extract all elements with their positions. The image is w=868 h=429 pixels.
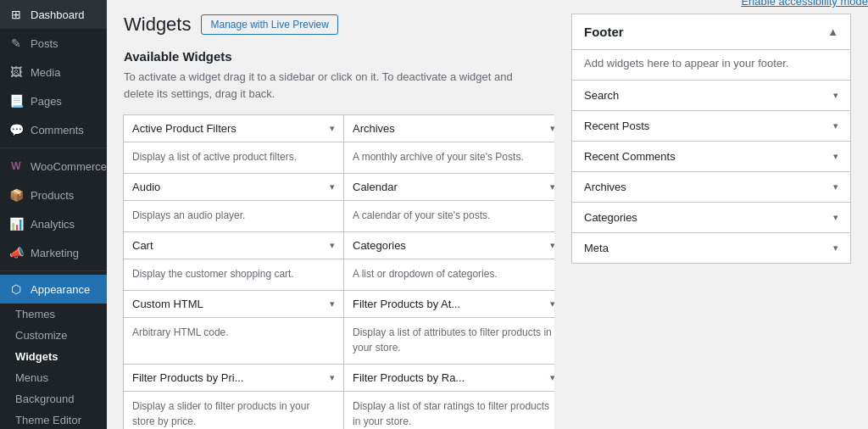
appearance-icon: ⬡ [8,281,24,297]
widget-label: Filter Products by Ra... [353,371,465,384]
widget-header[interactable]: Filter Products by Pri... ▾ [124,365,343,392]
footer-title: Footer [584,25,624,39]
widget-header[interactable]: Active Product Filters ▾ [124,115,343,142]
widget-label: Audio [132,181,160,193]
widget-desc: A calendar of your site's posts. [344,201,554,231]
widget-item-cart: Cart ▾ Display the customer shopping car… [123,231,344,291]
widget-item-custom-html: Custom HTML ▾ Arbitrary HTML code. [123,290,344,365]
widget-label: Custom HTML [132,298,203,310]
widget-desc: Display a list of attributes to filter p… [344,318,554,364]
sidebar-item-pages[interactable]: 📃 Pages [0,86,107,115]
widget-item-filter-products-by-pri: Filter Products by Pri... ▾ Display a sl… [123,364,344,429]
widget-item-categories: Categories ▾ A list or dropdown of categ… [343,231,554,291]
sidebar-sub-item-background[interactable]: Background [0,388,107,410]
sidebar: ⊞ Dashboard ✎ Posts 🖼 Media 📃 Pages 💬 Co… [0,0,107,429]
footer-widget-label: Meta [584,242,609,254]
sidebar-item-label: Analytics [31,218,75,231]
sidebar-sub-item-menus[interactable]: Menus [0,367,107,388]
sidebar-sub-item-widgets[interactable]: Widgets [0,346,107,367]
footer-header: Footer ▲ [572,14,850,50]
widget-header[interactable]: Audio ▾ [124,174,343,201]
sidebar-item-woocommerce[interactable]: W WooCommerce [0,152,107,181]
footer-widget-label: Archives [584,181,626,193]
footer-widget-chevron-icon: ▾ [833,242,838,254]
sidebar-item-media[interactable]: 🖼 Media [0,58,107,86]
footer-widget-categories[interactable]: Categories ▾ [572,202,850,232]
footer-box: Footer ▲ Add widgets here to appear in y… [571,14,851,264]
widget-item-audio: Audio ▾ Displays an audio player. [123,173,344,232]
media-icon: 🖼 [8,64,24,80]
widget-desc: Displays an audio player. [124,201,343,231]
footer-widget-label: Recent Posts [584,120,649,132]
widget-label: Archives [353,122,395,135]
available-widgets-title: Available Widgets [124,49,537,64]
widget-grid: Active Product Filters ▾ Display a list … [124,115,554,429]
comments-icon: 💬 [8,122,24,137]
widget-chevron-icon: ▾ [330,123,335,134]
widget-desc: A monthly archive of your site's Posts. [344,142,554,173]
sidebar-item-label: Posts [31,37,58,50]
available-widgets-desc: To activate a widget drag it to a sideba… [124,69,531,102]
sidebar-item-label: Marketing [31,247,79,259]
widget-header[interactable]: Calendar ▾ [344,174,554,201]
footer-widget-search[interactable]: Search ▾ [572,80,850,110]
analytics-icon: 📊 [8,216,24,231]
products-icon: 📦 [8,187,24,203]
footer-widget-recent-posts[interactable]: Recent Posts ▾ [572,110,850,141]
right-panel: Enable accessibility mode Footer ▲ Add w… [554,0,868,429]
sidebar-item-appearance[interactable]: ⬡ Appearance [0,275,107,304]
widget-desc: Display the customer shopping cart. [124,259,343,290]
widget-chevron-icon: ▾ [330,240,335,251]
widget-desc: A list or dropdown of categories. [344,259,554,290]
sidebar-item-dashboard[interactable]: ⊞ Dashboard [0,0,107,29]
sidebar-sub-item-themes[interactable]: Themes [0,304,107,325]
footer-widget-label: Recent Comments [584,150,676,163]
widget-desc: Display a list of active product filters… [124,142,343,173]
sidebar-item-label: WooCommerce [31,160,107,173]
accessibility-link[interactable]: Enable accessibility mode [741,0,868,8]
sidebar-sub-item-customize[interactable]: Customize [0,325,107,346]
sidebar-item-label: Media [31,66,60,79]
widget-header[interactable]: Filter Products by At... ▾ [344,291,554,318]
page-header: Widgets Manage with Live Preview [124,14,537,36]
widget-header[interactable]: Custom HTML ▾ [124,291,343,318]
posts-icon: ✎ [8,36,24,51]
footer-widget-label: Search [584,89,619,102]
sidebar-item-posts[interactable]: ✎ Posts [0,29,107,58]
widget-header[interactable]: Archives ▾ [344,115,554,142]
sidebar-sub-item-theme-editor[interactable]: Theme Editor [0,410,107,429]
sidebar-item-label: Appearance [31,283,90,296]
widget-label: Cart [132,239,153,252]
sidebar-item-products[interactable]: 📦 Products [0,181,107,209]
manage-with-live-preview-button[interactable]: Manage with Live Preview [201,14,337,35]
widget-item-archives: Archives ▾ A monthly archive of your sit… [343,114,554,174]
sidebar-item-label: Comments [31,124,84,136]
widget-label: Calendar [353,181,398,193]
sidebar-item-label: Products [31,189,74,202]
footer-widget-chevron-icon: ▾ [833,181,838,192]
widget-label: Active Product Filters [132,122,236,135]
footer-chevron-icon: ▲ [827,25,838,38]
pages-icon: 📃 [8,93,24,109]
widget-chevron-icon: ▾ [330,298,335,309]
footer-widget-archives[interactable]: Archives ▾ [572,171,850,202]
widget-desc: Display a list of star ratings to filter… [344,392,554,429]
sidebar-item-marketing[interactable]: 📣 Marketing [0,238,107,267]
dashboard-icon: ⊞ [8,7,24,22]
widget-header[interactable]: Categories ▾ [344,232,554,259]
widget-header[interactable]: Filter Products by Ra... ▾ [344,365,554,392]
footer-widget-recent-comments[interactable]: Recent Comments ▾ [572,141,850,171]
footer-widget-chevron-icon: ▾ [833,151,838,162]
widget-label: Categories [353,239,406,252]
footer-widget-meta[interactable]: Meta ▾ [572,232,850,263]
sidebar-item-comments[interactable]: 💬 Comments [0,115,107,144]
woocommerce-icon: W [8,159,24,174]
footer-widget-chevron-icon: ▾ [833,90,838,101]
widget-label: Filter Products by At... [353,298,460,310]
widget-item-calendar: Calendar ▾ A calendar of your site's pos… [343,173,554,232]
widget-chevron-icon: ▾ [330,181,335,192]
sidebar-item-analytics[interactable]: 📊 Analytics [0,209,107,238]
widget-header[interactable]: Cart ▾ [124,232,343,259]
widget-item-filter-products-by-ra: Filter Products by Ra... ▾ Display a lis… [343,364,554,429]
widget-desc: Display a slider to filter products in y… [124,392,343,429]
